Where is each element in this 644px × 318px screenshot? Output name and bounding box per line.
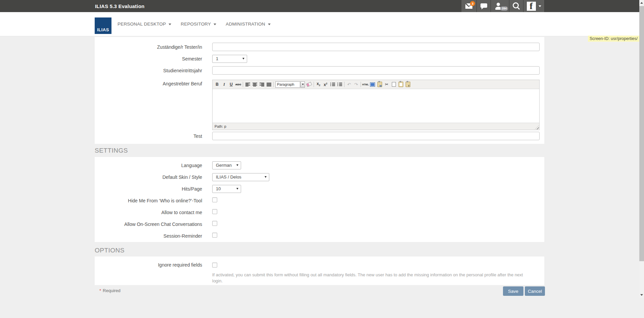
nav-item-administration[interactable]: ADMINISTRATION [226,22,270,27]
editor-statusbar: Path: p [213,123,539,130]
chevron-down-icon [302,84,304,85]
users-badge: 284 [500,6,508,11]
form-row: Zuständige/r Tester/in [95,41,544,53]
form-row: Semester1 [95,53,544,65]
subscript-button[interactable]: x2 [315,81,322,88]
remove-format-button[interactable] [306,81,313,88]
semester-select[interactable]: 1 [212,55,247,63]
section-heading-settings: SETTINGS [95,147,128,154]
field-ignore-required-fields: If activated, you can submit this form w… [212,259,540,284]
default-skin-style-select[interactable]: ILIAS / Delos [212,173,269,181]
vertical-scrollbar[interactable] [639,0,644,298]
form-section-panel: Ignore required fieldsIf activated, you … [95,256,544,285]
field-label-semester: Semester [95,56,202,62]
field-label-studieneintrittsjahr: Studieneintrittsjahr [95,68,202,73]
mail-badge: 3 [470,1,475,6]
align-right-button[interactable] [258,81,265,88]
bold-button[interactable]: B [214,81,221,88]
toolbar-separator [314,82,314,87]
ordered-list-button[interactable] [336,81,343,88]
editor-resize-grip[interactable] [535,125,539,129]
editor-content[interactable] [213,89,539,123]
zust-ndige-r-tester-in-input[interactable] [212,43,540,51]
cancel-button[interactable]: Cancel [525,286,545,296]
hits-page-select[interactable]: 10 [212,185,241,193]
screen-id-badge: Screen-ID: usr/properties/ [588,36,639,42]
nav-item-label: REPOSITORY [181,22,211,27]
chevron-down-icon [236,164,238,166]
paste-word-button[interactable] [376,81,383,88]
strikethrough-button[interactable]: ABC [235,81,242,88]
field-semester: 1 [212,55,540,63]
chevron-down-icon [169,24,171,25]
align-left-button[interactable] [244,81,251,88]
align-justify-button[interactable] [265,81,272,88]
superscript-icon: x2 [324,82,327,87]
unordered-list-button[interactable] [329,81,336,88]
selected-value: German [216,163,232,168]
chevron-down-icon [242,58,244,59]
field-hits-page: 10 [212,185,540,193]
ignore-required-fields-checkbox[interactable] [212,263,217,268]
paragraph-style-value: Paragraph [277,82,294,86]
underline-icon: U [230,82,233,86]
field-label-allow-to-contact-me: Allow to contact me [95,210,202,215]
hide-me-from-who-is-online-tool-checkbox[interactable] [212,197,217,202]
paste-text-button[interactable] [404,81,411,88]
paragraph-style-caret[interactable] [301,81,305,88]
align-center-button[interactable] [251,81,258,88]
fullscreen-button[interactable] [369,81,376,88]
language-select[interactable]: German [212,161,241,169]
field-label-language: Language [95,163,202,168]
strikethrough-icon: ABC [235,83,241,86]
nav-item-label: PERSONAL DESKTOP [118,22,166,27]
ordered-list-icon [337,83,342,86]
form-row: Angestrebter BerufBIUABCParagraphx2x2↶↷H… [95,76,544,130]
italic-button[interactable]: I [221,81,228,88]
paste-button[interactable] [397,81,404,88]
nav-item-personal-desktop[interactable]: PERSONAL DESKTOP [118,22,171,27]
chevron-down-icon [236,188,238,190]
editor-path-label: Path: p [213,124,226,128]
align-justify-icon [267,83,271,86]
form-row: Default Skin / StyleILIAS / Delos [95,171,544,183]
html-source-button[interactable]: HTML [362,81,369,88]
field-allow-on-screen-chat-conversations [212,221,540,227]
save-button[interactable]: Save [503,286,523,296]
studieneintrittsjahr-input[interactable] [212,66,540,75]
field-angestrebter-beruf: BIUABCParagraphx2x2↶↷HTML✂Path: p [212,76,540,130]
scroll-down-icon[interactable] [640,294,643,296]
redo-button[interactable]: ↷ [353,81,360,88]
chat-button[interactable] [476,0,491,12]
search-button[interactable] [509,0,523,12]
editor-toolbar: BIUABCParagraphx2x2↶↷HTML✂ [213,80,539,89]
undo-button[interactable]: ↶ [346,81,353,88]
italic-icon: I [223,82,225,86]
scrollbar-thumb[interactable] [639,6,644,261]
field-session-reminder [212,233,540,239]
main-menu: PERSONAL DESKTOPREPOSITORYADMINISTRATION [118,12,280,36]
allow-on-screen-chat-conversations-checkbox[interactable] [212,221,217,226]
nav-item-repository[interactable]: REPOSITORY [181,22,216,27]
ilias-logo[interactable]: ILIAS [95,17,111,34]
unordered-list-icon [330,83,335,86]
copy-button[interactable] [390,81,397,88]
test-input[interactable] [212,132,540,140]
paste-word-icon [377,82,382,87]
field-language: German [212,161,540,169]
field-label-hits-page: Hits/Page [95,186,202,192]
paragraph-style-select[interactable]: Paragraph [275,81,300,88]
mail-button[interactable]: 3 [461,0,476,12]
allow-to-contact-me-checkbox[interactable] [212,209,217,214]
form-section-panel: Zuständige/r Tester/inSemester1Studienei… [95,37,544,144]
form-row: Test [95,130,544,142]
underline-button[interactable]: U [228,81,235,88]
form-row: Ignore required fieldsIf activated, you … [95,259,544,284]
main-navbar: ILIAS PERSONAL DESKTOPREPOSITORYADMINIST… [0,12,644,36]
session-reminder-checkbox[interactable] [212,233,217,238]
scroll-up-icon[interactable] [640,2,643,4]
users-button[interactable]: 284 [491,0,509,12]
profile-button[interactable]: f [523,0,545,12]
cut-button[interactable]: ✂ [383,81,390,88]
superscript-button[interactable]: x2 [322,81,329,88]
